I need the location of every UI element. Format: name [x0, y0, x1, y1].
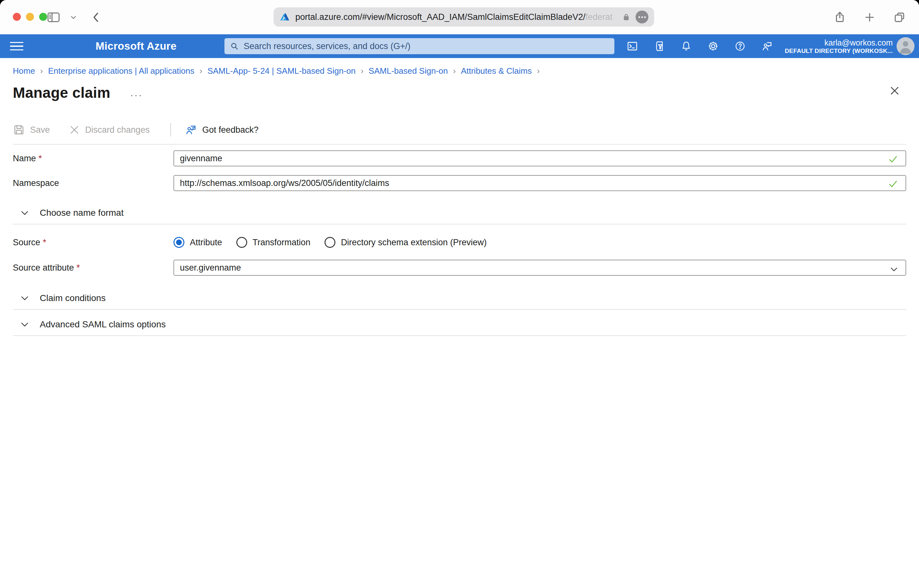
notifications-button[interactable] — [680, 40, 693, 53]
namespace-field-wrapper — [173, 175, 906, 191]
share-button[interactable] — [833, 11, 846, 24]
directory-filter-button[interactable] — [653, 40, 666, 53]
close-blade-button[interactable] — [888, 84, 902, 98]
bell-icon — [680, 40, 692, 52]
url-text: portal.azure.com/#view/Microsoft_AAD_IAM… — [295, 12, 612, 22]
azure-favicon — [279, 11, 290, 23]
divider — [13, 224, 906, 225]
search-input[interactable] — [244, 41, 609, 51]
namespace-input[interactable] — [174, 176, 906, 191]
sidebar-icon — [46, 10, 61, 25]
source-label: Source* — [13, 237, 173, 247]
name-input[interactable] — [174, 151, 906, 166]
feedback-button[interactable] — [761, 40, 774, 53]
azure-header: Microsoft Azure — [0, 34, 919, 58]
required-asterisk: * — [77, 263, 80, 273]
breadcrumb: Home Enterprise applications | All appli… — [13, 66, 906, 76]
chevron-down-icon — [19, 207, 30, 218]
user-email: karla@workos.com — [824, 38, 893, 47]
breadcrumb-separator-icon — [361, 66, 363, 76]
source-attribute-dropdown[interactable] — [173, 260, 906, 276]
cloud-shell-icon — [626, 40, 638, 52]
browser-chrome: portal.azure.com/#view/Microsoft_AAD_IAM… — [0, 0, 919, 34]
tab-overview-button[interactable] — [893, 11, 906, 24]
got-feedback-button[interactable]: Got feedback? — [184, 123, 259, 136]
breadcrumb-saml-app[interactable]: SAML-App- 5-24 | SAML-based Sign-on — [207, 66, 355, 76]
name-label: Name* — [13, 153, 173, 163]
user-directory: DEFAULT DIRECTORY (WORKOSK... — [785, 47, 893, 55]
avatar[interactable] — [896, 37, 914, 55]
required-asterisk: * — [39, 153, 42, 163]
breadcrumb-enterprise-applications[interactable]: Enterprise applications | All applicatio… — [48, 66, 194, 76]
directory-filter-icon — [653, 40, 665, 52]
close-icon — [889, 85, 900, 97]
divider — [13, 144, 906, 145]
tabs-icon — [893, 11, 906, 24]
gear-icon — [707, 40, 719, 52]
title-ellipsis-button[interactable]: ··· — [130, 87, 143, 98]
name-field-wrapper — [173, 150, 906, 166]
valid-check-icon — [888, 178, 898, 189]
global-search — [225, 38, 614, 54]
sidebar-toggle-button[interactable] — [46, 10, 61, 25]
radio-transformation[interactable]: Transformation — [236, 237, 311, 248]
toolbar-divider — [170, 123, 171, 137]
breadcrumb-separator-icon — [537, 66, 539, 76]
lock-icon — [622, 12, 631, 22]
breadcrumb-separator-icon — [453, 66, 456, 76]
advanced-saml-options-label: Advanced SAML claims options — [40, 319, 166, 330]
hamburger-icon — [10, 39, 23, 53]
search-icon — [229, 41, 239, 51]
window-controls — [13, 13, 47, 21]
discard-changes-button[interactable]: Discard changes — [69, 124, 150, 136]
chevron-down-icon — [69, 13, 78, 21]
feedback-person-icon — [184, 123, 197, 136]
breadcrumb-separator-icon — [199, 66, 202, 76]
source-radio-group: Attribute Transformation Directory schem… — [173, 237, 487, 248]
divider — [13, 309, 906, 310]
radio-unselected-icon — [325, 237, 335, 248]
plus-icon — [863, 11, 876, 24]
choose-name-format-label: Choose name format — [40, 208, 123, 218]
namespace-label: Namespace — [13, 178, 173, 188]
share-icon — [833, 11, 846, 24]
command-bar: Save Discard changes — [13, 122, 906, 137]
page-menu-button[interactable] — [636, 11, 648, 23]
browser-window: portal.azure.com/#view/Microsoft_AAD_IAM… — [0, 0, 919, 588]
azure-brand[interactable]: Microsoft Azure — [95, 40, 177, 52]
claim-conditions-label: Claim conditions — [40, 293, 105, 303]
back-button[interactable] — [90, 11, 103, 24]
page-title: Manage claim — [13, 84, 110, 101]
radio-directory-schema-extension[interactable]: Directory schema extension (Preview) — [325, 237, 487, 248]
chevron-down-icon — [889, 264, 899, 275]
save-icon — [13, 124, 25, 136]
save-button[interactable]: Save — [13, 124, 50, 136]
divider — [13, 335, 906, 336]
advanced-saml-options-section[interactable]: Advanced SAML claims options — [13, 317, 906, 332]
close-window-button[interactable] — [13, 13, 21, 21]
new-tab-button[interactable] — [863, 11, 876, 24]
help-button[interactable] — [734, 40, 746, 53]
breadcrumb-attributes-claims[interactable]: Attributes & Claims — [461, 66, 531, 76]
required-asterisk: * — [43, 237, 47, 247]
address-bar[interactable]: portal.azure.com/#view/Microsoft_AAD_IAM… — [273, 7, 654, 27]
choose-name-format-section[interactable]: Choose name format — [13, 205, 906, 221]
chevron-left-icon — [90, 11, 103, 24]
minimize-window-button[interactable] — [26, 13, 34, 21]
hamburger-menu-button[interactable] — [0, 39, 33, 53]
account-info[interactable]: karla@workos.com DEFAULT DIRECTORY (WORK… — [785, 34, 893, 58]
valid-check-icon — [888, 153, 898, 165]
breadcrumb-saml-sign-on[interactable]: SAML-based Sign-on — [369, 66, 448, 76]
source-attribute-value[interactable] — [174, 260, 906, 275]
source-attribute-label: Source attribute* — [13, 263, 173, 273]
claim-conditions-section[interactable]: Claim conditions — [13, 291, 906, 306]
chevron-down-icon — [19, 319, 30, 330]
sidebar-menu-button[interactable] — [69, 13, 78, 21]
settings-button[interactable] — [707, 40, 720, 53]
radio-unselected-icon — [236, 237, 247, 248]
cloud-shell-button[interactable] — [626, 40, 639, 53]
radio-attribute[interactable]: Attribute — [173, 237, 222, 248]
discard-x-icon — [69, 124, 80, 136]
breadcrumb-home[interactable]: Home — [13, 66, 35, 76]
feedback-icon — [761, 40, 773, 52]
